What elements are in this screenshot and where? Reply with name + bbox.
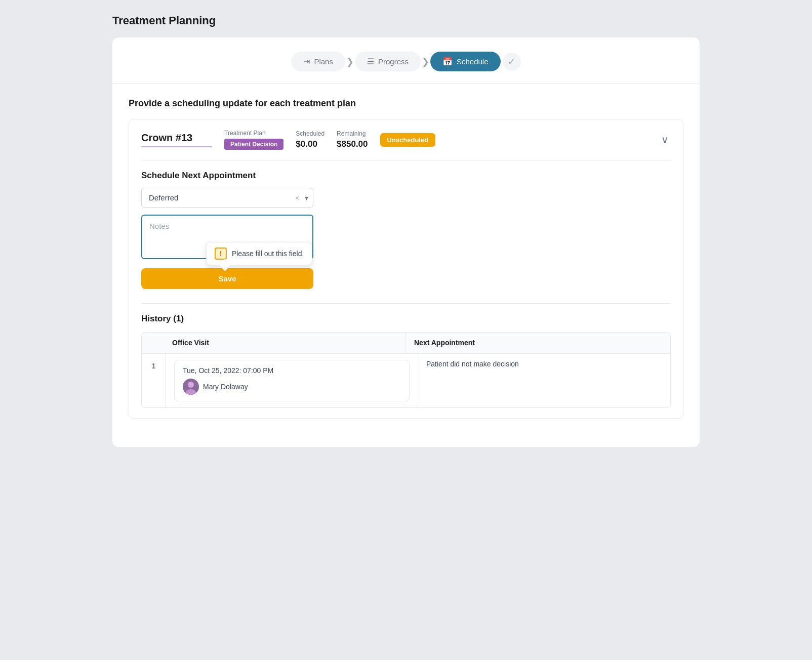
treatment-name-block: Crown #13 [141, 132, 212, 147]
remaining-col: Remaining $850.00 [337, 130, 368, 149]
check-icon: ✓ [508, 56, 515, 67]
history-section: History (1) Office Visit Next Appointmen… [141, 303, 671, 408]
schedule-icon: 📅 [442, 57, 453, 66]
expand-button[interactable]: ∨ [659, 132, 671, 148]
main-content: Provide a scheduling update for each tre… [112, 84, 700, 447]
plan-label: Treatment Plan [224, 130, 266, 137]
chevron-down-icon: ∨ [661, 134, 669, 145]
svg-point-1 [188, 382, 194, 388]
treatment-plan-col: Treatment Plan Patient Decision [224, 130, 283, 150]
scheduled-col: Scheduled $0.00 [296, 130, 324, 149]
remaining-label: Remaining [337, 130, 366, 137]
scheduled-label: Scheduled [296, 130, 324, 137]
visit-provider: Mary Dolaway [183, 379, 401, 395]
step-arrow-2: ❯ [422, 56, 429, 67]
dropdown-wrapper: Deferred Scheduled Unscheduled × ▾ [141, 188, 313, 208]
avatar [183, 379, 199, 395]
step-progress[interactable]: ☰ Progress [355, 52, 421, 71]
table-row: 1 Tue, Oct 25, 2022: 07:00 PM [142, 353, 670, 407]
schedule-form-title: Schedule Next Appointment [141, 171, 671, 181]
tooltip-message: Please fill out this field. [232, 250, 304, 258]
expanded-section: Schedule Next Appointment Deferred Sched… [141, 160, 671, 289]
step-schedule[interactable]: 📅 Schedule [430, 52, 501, 71]
appointment-type-select[interactable]: Deferred Scheduled Unscheduled [141, 188, 313, 208]
progress-icon: ☰ [367, 57, 374, 66]
step-schedule-label: Schedule [457, 57, 489, 66]
step-progress-label: Progress [378, 57, 409, 66]
next-appointment-col: Patient did not make decision [418, 353, 670, 407]
main-card: ⇥ Plans ❯ ☰ Progress ❯ 📅 Schedule ✓ Prov… [112, 37, 700, 447]
treatment-header: Crown #13 Treatment Plan Patient Decisio… [141, 130, 671, 150]
page-container: Treatment Planning ⇥ Plans ❯ ☰ Progress … [112, 12, 700, 447]
office-visit-header: Office Visit [142, 333, 406, 353]
status-badge: Unscheduled [380, 133, 436, 147]
tooltip-wrapper: ! Please fill out this field. Save [141, 268, 313, 289]
scheduled-amount: $0.00 [296, 139, 317, 149]
section-title: Provide a scheduling update for each tre… [129, 98, 683, 109]
provider-name: Mary Dolaway [203, 383, 248, 391]
office-visit-col: Tue, Oct 25, 2022: 07:00 PM [166, 353, 418, 407]
next-appointment-header: Next Appointment [406, 333, 670, 353]
history-table-header: Office Visit Next Appointment [142, 333, 670, 353]
office-visit-card: Tue, Oct 25, 2022: 07:00 PM [174, 360, 410, 401]
clear-icon[interactable]: × [295, 194, 299, 202]
page-title: Treatment Planning [112, 12, 700, 29]
plans-icon: ⇥ [303, 57, 310, 66]
step-plans-label: Plans [314, 57, 333, 66]
step-check[interactable]: ✓ [503, 53, 521, 71]
save-button[interactable]: Save [141, 268, 313, 289]
history-table: Office Visit Next Appointment 1 Tue, Oct… [141, 332, 671, 408]
history-title: History (1) [141, 314, 671, 324]
treatment-name: Crown #13 [141, 132, 212, 144]
step-arrow-1: ❯ [346, 56, 354, 67]
step-plans[interactable]: ⇥ Plans [291, 52, 345, 71]
validation-tooltip: ! Please fill out this field. [206, 242, 312, 265]
visit-date: Tue, Oct 25, 2022: 07:00 PM [183, 366, 401, 375]
treatment-underline [141, 146, 212, 147]
row-number: 1 [142, 353, 166, 407]
treatment-card: Crown #13 Treatment Plan Patient Decisio… [129, 119, 683, 419]
plan-badge: Patient Decision [224, 139, 283, 150]
steps-nav: ⇥ Plans ❯ ☰ Progress ❯ 📅 Schedule ✓ [112, 37, 700, 84]
warning-icon: ! [215, 247, 227, 260]
remaining-amount: $850.00 [337, 139, 368, 149]
